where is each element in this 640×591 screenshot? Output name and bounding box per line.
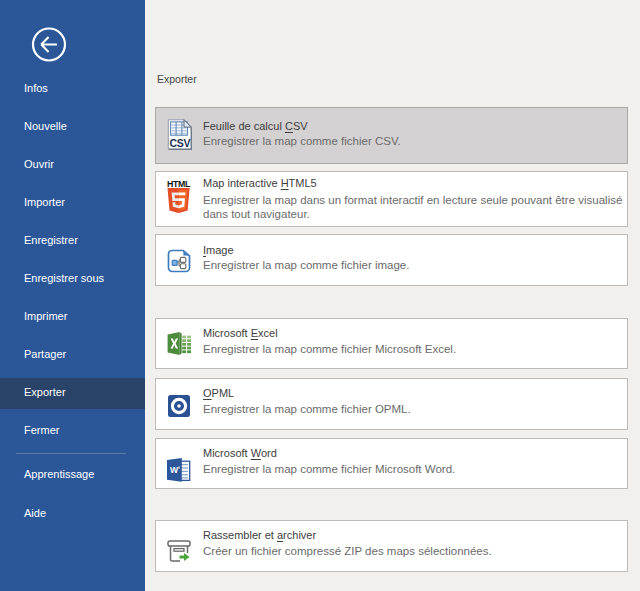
svg-text:W: W <box>170 465 179 475</box>
svg-text:HTML: HTML <box>167 179 191 189</box>
svg-text:CSV: CSV <box>170 137 191 149</box>
